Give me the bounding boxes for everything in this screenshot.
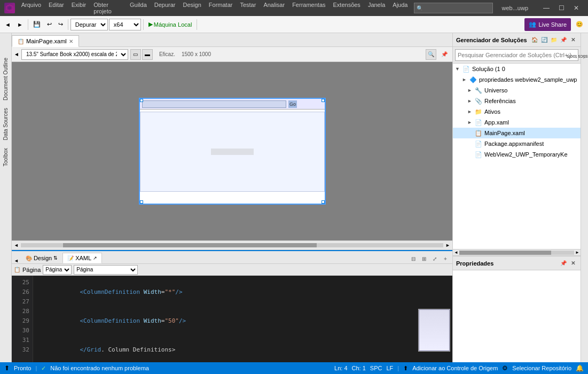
mode-dropdown[interactable]: Depurar — [70, 19, 108, 30]
solution-search-input[interactable] — [455, 49, 578, 61]
sidebar-item-data-sources[interactable]: Data Sources — [1, 105, 10, 144]
menu-formatar[interactable]: Formatar — [206, 1, 236, 15]
tree-scrollbar[interactable]: ◄ ► — [453, 249, 581, 255]
fwd-button[interactable]: ► — [14, 18, 26, 32]
code-text[interactable]: <ColumnDefinition Width="*"/> <ColumnDef… — [33, 276, 452, 362]
feedback-button[interactable]: 😊 — [573, 18, 586, 32]
scroll-right[interactable]: ► — [575, 250, 579, 255]
tree-arrow-ativos: ► — [467, 109, 473, 114]
line-num-30: 30 — [12, 326, 33, 336]
design-icon: 🎨 — [26, 255, 32, 261]
menu-testar[interactable]: Testar — [237, 1, 259, 15]
sidebar-item-toolbox[interactable]: Toolbox — [1, 145, 10, 169]
menu-ferramentas[interactable]: Ferramentas — [289, 1, 328, 15]
menu-ajuda[interactable]: Ajuda — [389, 1, 411, 15]
save-button[interactable]: 💾 — [30, 18, 43, 32]
window-title: web...uwp — [496, 5, 534, 11]
tree-item-mainpage[interactable]: 📋 MainPage.xaml — [453, 128, 581, 138]
search-input[interactable] — [423, 5, 490, 11]
tab-design[interactable]: 🎨 Design ⇅ — [21, 253, 62, 263]
tree-item-project[interactable]: ► 🔷 propriedades webview2_sample_uwp — [453, 74, 581, 85]
diagnostics-tab[interactable]: Diagnostics tools — [563, 53, 588, 60]
device-dropdown[interactable]: 13.5" Surface Book x2000) escala de 200 … — [21, 49, 128, 60]
app-logo — [4, 3, 15, 13]
swap-icon[interactable]: ⇅ — [53, 255, 58, 261]
tree-item-webview2key[interactable]: 📄 WebView2_UWP_TemporaryKe — [453, 149, 581, 160]
solution-toolbar-btn-3[interactable]: 📁 — [550, 36, 558, 44]
scroll-right-arrow[interactable]: ► — [445, 243, 450, 248]
spc-indicator: SPC — [370, 365, 382, 371]
split-horiz-icon[interactable]: ⊞ — [419, 254, 429, 263]
page-dropdown[interactable]: Página — [43, 265, 72, 275]
solution-toolbar-btn-2[interactable]: 🔄 — [540, 36, 548, 44]
scroll-left[interactable]: ◄ — [454, 250, 458, 255]
menu-editar[interactable]: Editar — [45, 1, 67, 15]
main-layout: Document Outline Data Sources Toolbox 📋 … — [0, 33, 588, 362]
solution-toolbar-btn-1[interactable]: 🏠 — [530, 36, 539, 44]
split-vert-icon[interactable]: ⊟ — [409, 254, 418, 263]
menu-extensoes[interactable]: Extensões — [330, 1, 364, 15]
arch-dropdown[interactable]: x64 — [109, 19, 141, 30]
search-box[interactable]: 🔍 — [414, 3, 493, 13]
tab-bar: 📋 MainPage.xaml ✕ — [12, 33, 452, 47]
sidebar-item-document-outline[interactable]: Document Outline — [1, 54, 10, 104]
menu-analisar[interactable]: Analisar — [260, 1, 288, 15]
notification-icon[interactable]: 🔔 — [576, 364, 584, 372]
properties-pin[interactable]: 📌 — [559, 259, 568, 268]
scroll-left-arrow[interactable]: ◄ — [14, 243, 19, 248]
tree-item-appxaml[interactable]: ► 📄 App.xaml — [453, 117, 581, 128]
titlebar: Arquivo Editar Exibir Obter projeto Guil… — [0, 0, 588, 16]
bottom-scroll-left[interactable]: ◄ — [14, 258, 19, 263]
tree-arrow-solution: ▼ — [455, 66, 460, 72]
tree-label-appxaml: App.xaml — [484, 119, 509, 126]
pin-button[interactable]: 📌 — [559, 36, 568, 44]
tree-item-ativos[interactable]: ► 📁 Ativos — [453, 106, 581, 117]
portrait-icon[interactable]: ▭ — [130, 49, 141, 60]
maximize-button[interactable]: ☐ — [554, 0, 569, 16]
tab-close-button[interactable]: ✕ — [69, 38, 73, 44]
landscape-icon[interactable]: ▬ — [142, 49, 153, 60]
element-dropdown[interactable]: Página — [74, 265, 138, 275]
menu-guilda[interactable]: Guilda — [127, 1, 150, 15]
main-toolbar: ◄ ► 💾 ↩ ↪ Depurar x64 ▶ Máquina Local 👥 … — [0, 16, 588, 33]
live-share-button[interactable]: 👥 Live Share — [524, 18, 571, 31]
preview-thumbnail — [418, 309, 450, 352]
panel-controls: ⊟ ⊞ ⤢ + — [409, 254, 450, 263]
source-control-text[interactable]: Adicionar ao Controle de Origem — [412, 365, 498, 371]
no-issues-text: Não foi encontrado nenhum problema — [50, 365, 149, 371]
tree-icon-mainpage: 📋 — [474, 129, 483, 137]
minimize-button[interactable]: — — [539, 0, 554, 16]
tree-item-universo[interactable]: ► 🔧 Universo — [453, 85, 581, 96]
tree-item-package[interactable]: 📄 Package.appxmanifest — [453, 138, 581, 149]
back-button[interactable]: ◄ — [2, 18, 13, 32]
close-panel-button[interactable]: ✕ — [569, 36, 577, 44]
canvas-area[interactable]: Go — [12, 62, 452, 240]
tree-icon-solution: 📄 — [462, 65, 471, 73]
select-repo-text[interactable]: Selecionar Repositório — [512, 365, 571, 371]
redo-button[interactable]: ↪ — [56, 18, 66, 32]
tree-item-solution[interactable]: ▼ 📄 Solução (1 0 — [453, 64, 581, 74]
tab-mainpage-xaml[interactable]: 📋 MainPage.xaml ✕ — [12, 35, 79, 47]
tab-xaml[interactable]: 📝 XAML ↗ — [62, 253, 102, 263]
menu-depurar[interactable]: Depurar — [151, 1, 179, 15]
run-button[interactable]: ▶ Máquina Local — [146, 18, 195, 32]
menu-arquivo[interactable]: Arquivo — [18, 1, 44, 15]
expand-icon[interactable]: ↗ — [93, 255, 97, 261]
undo-button[interactable]: ↩ — [44, 18, 54, 32]
close-button[interactable]: ✕ — [569, 0, 584, 16]
expand-panel-icon[interactable]: ⤢ — [430, 254, 440, 263]
properties-panel: Propriedades 📌 ✕ — [453, 255, 581, 362]
menu-obter[interactable]: Obter projeto — [90, 1, 126, 15]
menu-janela[interactable]: Janela — [365, 1, 388, 15]
properties-close[interactable]: ✕ — [569, 259, 577, 268]
tab-label: MainPage.xaml — [26, 38, 67, 44]
panel-pin-button[interactable]: 📌 — [438, 48, 450, 61]
tree-item-referencias[interactable]: ► 📎 Referências — [453, 96, 581, 106]
menu-design[interactable]: Design — [180, 1, 205, 15]
zoom-icon[interactable]: 🔍 — [426, 49, 436, 60]
tree-arrow-appxaml: ► — [467, 120, 473, 125]
menu-exibir[interactable]: Exibir — [68, 1, 90, 15]
scroll-left-icon[interactable]: ◄ — [14, 51, 19, 57]
add-button[interactable]: + — [441, 254, 450, 263]
tree-arrow-project: ► — [462, 77, 467, 82]
